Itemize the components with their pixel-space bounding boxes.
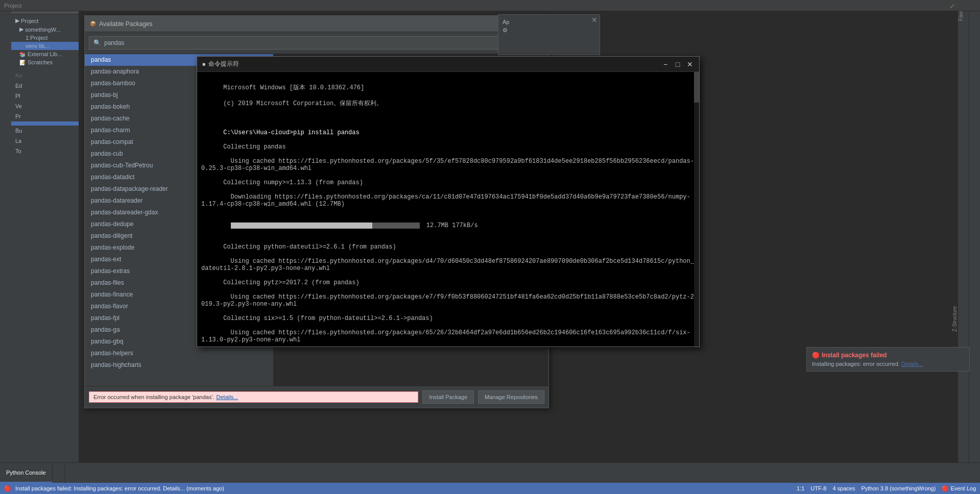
cmd-minimize-button[interactable]: −: [661, 60, 670, 68]
small-dialog-content: Ap ⚙: [498, 15, 600, 38]
project-panel: Project ▶ Project ▶ somethingW... 1:Proj…: [11, 0, 79, 494]
panel-section-ed: Ed: [11, 81, 79, 91]
tree-venv-label: 1:Project: [26, 35, 47, 41]
cmd-title-area: ■ 命令提示符: [202, 60, 239, 68]
cmd-line-pip: C:\Users\Hua-cloud>pip install pandas: [223, 129, 359, 136]
checkmark-icon: ✓: [949, 2, 955, 10]
external-lib-label: External Lib...: [28, 51, 62, 57]
python-console-tab[interactable]: Python Console: [0, 463, 53, 483]
cmd-line-pytz: Collecting pytz>=2017.2 (from pandas): [223, 279, 359, 286]
bottom-status-text: Install packages failed: Installing pack…: [15, 485, 224, 491]
small-dialog: ✕ Ap ⚙: [498, 14, 600, 55]
python-console-tab-label: Python Console: [6, 470, 46, 476]
packages-icon: 📦: [90, 21, 96, 27]
packages-search-icon: 🔍: [93, 39, 101, 46]
packages-search-input[interactable]: [104, 39, 514, 46]
top-bar: Project ✓: [0, 0, 980, 11]
package-item-24[interactable]: pandas-helpers: [85, 348, 273, 359]
packages-error-text: Error occurred when installing package '…: [93, 394, 214, 400]
bottom-line-col: 1:1: [797, 485, 804, 491]
packages-dialog-footer: Error occurred when installing package '…: [85, 386, 548, 408]
packages-dialog-titlebar: 📦 Available Packages ✕: [85, 16, 548, 32]
z-structure-label: Z-Structure: [952, 306, 958, 332]
notification-body: Installing packages: error occurred. Det…: [812, 361, 964, 367]
main-area: 📦 Available Packages ✕ 🔍 ✕ ↻ pandas pand…: [79, 0, 980, 494]
cmd-line-downloading: Downloading https://files.pythonhosted.o…: [201, 193, 690, 208]
external-lib-icon: 📚: [19, 52, 26, 57]
tree-something-label: somethingW...: [25, 27, 61, 33]
folder-icon: ▶: [15, 17, 19, 24]
cmd-line-1: Microsoft Windows [版本 10.0.18362.476]: [223, 84, 364, 91]
cmd-window: ■ 命令提示符 − □ ✕ Microsoft Windows [版本 10.0…: [197, 56, 700, 347]
tree-testing-label: venv lib...: [26, 43, 49, 49]
tree-project-label: Project: [21, 18, 38, 24]
packages-dialog-title-area: 📦 Available Packages: [90, 20, 153, 28]
tree-item-project[interactable]: ▶ Project: [11, 16, 79, 25]
notification-error-icon: 🔴: [812, 352, 820, 359]
scratches-icon: 📝: [19, 60, 26, 65]
packages-search-container[interactable]: 🔍 ✕: [89, 36, 528, 50]
cmd-line-cached-six: Using cached https://files.pythonhosted.…: [201, 329, 690, 343]
packages-error-link[interactable]: Details...: [217, 394, 238, 400]
cmd-line-progress: 12.7MB 177kB/s: [201, 222, 478, 236]
small-dialog-close[interactable]: ✕: [591, 16, 597, 24]
cmd-titlebar: ■ 命令提示符 − □ ✕: [197, 57, 699, 72]
left-sidebar: ≡: [0, 0, 11, 494]
cmd-line-dateutil: Collecting python-dateutil>=2.6.1 (from …: [223, 243, 396, 251]
package-item-25[interactable]: pandas-highcharts: [85, 359, 273, 371]
cmd-maximize-button[interactable]: □: [674, 60, 682, 68]
bottom-python-version: Python 3.8 (somethingWrong): [861, 485, 936, 491]
tree-item-scratches[interactable]: 📝 Scratches: [11, 58, 79, 66]
bottom-tab-2[interactable]: [53, 463, 65, 483]
panel-section-pr: Pr: [11, 111, 79, 121]
folder-icon-something: ▶: [19, 26, 23, 33]
tree-item-external[interactable]: 📚 External Lib...: [11, 50, 79, 58]
bottom-right-info: 1:1 UTF-8 4 spaces Python 3.8 (something…: [797, 485, 976, 492]
scratches-label: Scratches: [28, 59, 53, 65]
install-package-button[interactable]: Install Package: [422, 390, 474, 404]
notification-title: 🔴 Install packages failed: [812, 352, 964, 359]
bottom-status-bar: 🔴 Install packages failed: Installing pa…: [0, 483, 980, 494]
favorites-label: Favorites: [958, 0, 964, 317]
panel-section-ve: Ve: [11, 101, 79, 111]
cmd-scrollbar-thumb[interactable]: [694, 72, 699, 103]
cmd-line-collecting: Collecting pandas: [223, 143, 285, 151]
notification-body-text: Installing packages: error occurred.: [812, 361, 900, 367]
top-bar-project: Project: [2, 3, 23, 9]
panel-section-la: La: [11, 136, 79, 146]
cmd-close-button[interactable]: ✕: [686, 60, 694, 68]
bottom-indent: 4 spaces: [832, 485, 855, 491]
cmd-title-label: 命令提示符: [208, 60, 239, 68]
small-dialog-gear: ⚙: [503, 27, 595, 34]
cmd-line-numpy: Collecting numpy>=1.13.3 (from pandas): [223, 179, 363, 186]
bottom-event-log: 🔴 Event Log: [942, 485, 976, 492]
panel-section-bu: Bu: [11, 126, 79, 136]
cmd-icon: ■: [202, 61, 205, 67]
right-sidebar: [969, 0, 980, 494]
bottom-error-icon: 🔴: [4, 485, 11, 492]
panel-section-pr-active: [11, 121, 79, 126]
cmd-scrollbar[interactable]: [694, 72, 699, 347]
tree-item-venv[interactable]: 1:Project: [11, 34, 79, 42]
small-dialog-label: Ap: [503, 19, 595, 25]
cmd-line-2: (c) 2019 Microsoft Corporation。保留所有权利。: [223, 100, 383, 107]
packages-search-area: 🔍 ✕ ↻: [85, 32, 548, 54]
cmd-line-cached-pytz: Using cached https://files.pythonhosted.…: [201, 293, 694, 308]
cmd-line-cached-du: Using cached https://files.pythonhosted.…: [201, 258, 694, 272]
project-tree: ▶ Project ▶ somethingW... 1:Project venv…: [11, 14, 79, 68]
panel-section-pl: Pl: [11, 91, 79, 101]
packages-error-banner: Error occurred when installing package '…: [89, 391, 418, 403]
manage-repositories-button[interactable]: Manage Repositories: [478, 390, 544, 404]
bottom-panel: Python Console: [0, 462, 980, 483]
tree-item-something[interactable]: ▶ somethingW...: [11, 25, 79, 34]
panel-section-to: To: [11, 146, 79, 156]
notification-title-text: Install packages failed: [822, 352, 887, 359]
cmd-line-cached1: Using cached https://files.pythonhosted.…: [201, 158, 694, 172]
panel-section-ke: Ke: [11, 70, 79, 81]
notification-link[interactable]: Details...: [901, 361, 923, 367]
favorites-sidebar: Favorites: [958, 0, 969, 494]
tree-item-testing[interactable]: venv lib...: [11, 42, 79, 50]
cmd-controls: − □ ✕: [661, 60, 694, 68]
packages-dialog-title: Available Packages: [99, 20, 153, 28]
notification-panel: 🔴 Install packages failed Installing pac…: [806, 347, 970, 372]
